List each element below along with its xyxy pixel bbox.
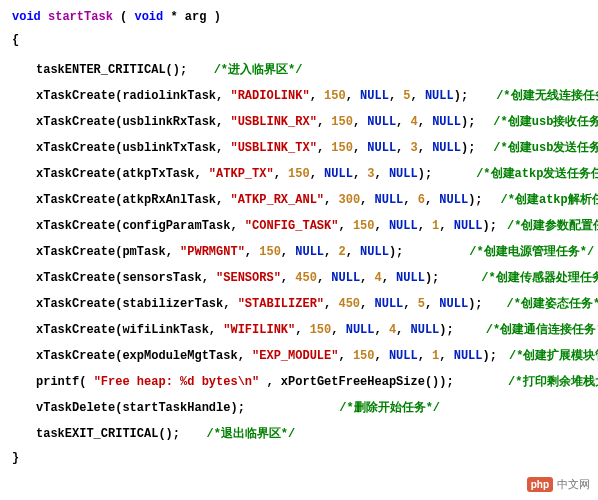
printf-open: printf( bbox=[36, 375, 86, 389]
task-fn: usblinkRxTask, bbox=[122, 115, 230, 129]
fn-call: xTaskCreate( bbox=[36, 349, 122, 363]
printf-line: printf( "Free heap: %d bytes\n" , xPortG… bbox=[12, 373, 586, 390]
comment: /*创建usb接收任务*/ bbox=[493, 115, 598, 129]
comment: /*创建无线连接任务*/ bbox=[496, 89, 598, 103]
comment: /*创建参数配置任务*/ bbox=[507, 219, 598, 233]
task-fn: stabilizerTask, bbox=[122, 297, 237, 311]
fn-call: xTaskCreate( bbox=[36, 141, 122, 155]
fn-call: xTaskCreate( bbox=[36, 115, 122, 129]
arg-name: arg bbox=[185, 10, 207, 24]
task-name-string: "SENSORS" bbox=[216, 271, 281, 285]
enter-critical: taskENTER_CRITICAL(); /*进入临界区*/ bbox=[12, 61, 586, 78]
comment: /*删除开始任务*/ bbox=[339, 401, 440, 415]
task-fn: atkpRxAnlTask, bbox=[122, 193, 230, 207]
fn-call: xTaskCreate( bbox=[36, 297, 122, 311]
close-brace: } bbox=[12, 451, 586, 465]
priority: 2 bbox=[338, 245, 345, 259]
priority: 3 bbox=[367, 167, 374, 181]
xtaskcreate-line: xTaskCreate(configParamTask, "CONFIG_TAS… bbox=[12, 217, 586, 234]
null-arg: NULL bbox=[432, 141, 461, 155]
null-arg: NULL bbox=[367, 141, 396, 155]
task-name-string: "ATKP_TX" bbox=[209, 167, 274, 181]
fn-call: xTaskCreate( bbox=[36, 271, 122, 285]
xtaskcreate-line: xTaskCreate(expModuleMgtTask, "EXP_MODUL… bbox=[12, 347, 586, 364]
null-arg: NULL bbox=[295, 245, 324, 259]
call-text: vTaskDelete(startTaskHandle); bbox=[36, 401, 245, 415]
null-arg: NULL bbox=[389, 167, 418, 181]
null-arg: NULL bbox=[411, 323, 440, 337]
task-name-string: "CONFIG_TASK" bbox=[245, 219, 339, 233]
stack-size: 300 bbox=[338, 193, 360, 207]
xtaskcreate-line: xTaskCreate(stabilizerTask, "STABILIZER"… bbox=[12, 295, 586, 312]
task-name-string: "EXP_MODULE" bbox=[252, 349, 338, 363]
comment: /*创建atkp解析任务*/ bbox=[501, 193, 598, 207]
comment: /*打印剩余堆栈大小*/ bbox=[508, 375, 598, 389]
task-fn: radiolinkTask, bbox=[122, 89, 230, 103]
watermark-text: 中文网 bbox=[557, 477, 590, 492]
null-arg: NULL bbox=[439, 297, 468, 311]
printf-string: "Free heap: %d bytes\n" bbox=[94, 375, 260, 389]
arg-type: void bbox=[134, 10, 163, 24]
function-signature: void startTask ( void * arg ) bbox=[12, 10, 586, 24]
task-name-string: "WIFILINK" bbox=[223, 323, 295, 337]
arg-star: * bbox=[170, 10, 177, 24]
priority: 3 bbox=[411, 141, 418, 155]
task-fn: wifiLinkTask, bbox=[122, 323, 223, 337]
task-fn: pmTask, bbox=[122, 245, 180, 259]
priority: 4 bbox=[411, 115, 418, 129]
watermark: php 中文网 bbox=[527, 477, 590, 492]
comment: /*创建传感器处理任务*/ bbox=[481, 271, 598, 285]
comment: /*创建atkp发送任务任务*/ bbox=[476, 167, 598, 181]
comment: /*创建通信连接任务*/ bbox=[486, 323, 598, 337]
fn-call: xTaskCreate( bbox=[36, 245, 122, 259]
xtaskcreate-line: xTaskCreate(wifiLinkTask, "WIFILINK", 15… bbox=[12, 321, 586, 338]
null-arg: NULL bbox=[396, 271, 425, 285]
priority: 6 bbox=[418, 193, 425, 207]
xtaskcreate-line: xTaskCreate(usblinkTxTask, "USBLINK_TX",… bbox=[12, 139, 586, 156]
comment: /*创建电源管理任务*/ bbox=[469, 245, 594, 259]
task-name-string: "RADIOLINK" bbox=[230, 89, 309, 103]
exit-critical: taskEXIT_CRITICAL(); /*退出临界区*/ bbox=[12, 425, 586, 442]
null-arg: NULL bbox=[346, 323, 375, 337]
null-arg: NULL bbox=[432, 115, 461, 129]
stack-size: 150 bbox=[288, 167, 310, 181]
task-fn: atkpTxTask, bbox=[122, 167, 208, 181]
null-arg: NULL bbox=[360, 89, 389, 103]
stack-size: 450 bbox=[295, 271, 317, 285]
task-fn: sensorsTask, bbox=[122, 271, 216, 285]
fn-call: xTaskCreate( bbox=[36, 89, 122, 103]
keyword-void: void bbox=[12, 10, 41, 24]
null-arg: NULL bbox=[454, 349, 483, 363]
stack-size: 150 bbox=[331, 141, 353, 155]
task-fn: usblinkTxTask, bbox=[122, 141, 230, 155]
null-arg: NULL bbox=[389, 219, 418, 233]
comment: /*创建扩展模块管理任务*/ bbox=[509, 349, 598, 363]
task-fn: expModuleMgtTask, bbox=[122, 349, 252, 363]
call-text: taskENTER_CRITICAL(); bbox=[36, 63, 187, 77]
fn-call: xTaskCreate( bbox=[36, 323, 122, 337]
task-name-string: "PWRMGNT" bbox=[180, 245, 245, 259]
priority: 5 bbox=[403, 89, 410, 103]
stack-size: 150 bbox=[331, 115, 353, 129]
function-name: startTask bbox=[48, 10, 113, 24]
vtaskdelete-line: vTaskDelete(startTaskHandle); /*删除开始任务*/ bbox=[12, 399, 586, 416]
comment: /*进入临界区*/ bbox=[214, 63, 303, 77]
stack-size: 450 bbox=[338, 297, 360, 311]
stack-size: 150 bbox=[353, 349, 375, 363]
null-arg: NULL bbox=[389, 349, 418, 363]
watermark-icon: php bbox=[527, 477, 553, 492]
task-name-string: "USBLINK_RX" bbox=[230, 115, 316, 129]
fn-call: xTaskCreate( bbox=[36, 219, 122, 233]
priority: 5 bbox=[418, 297, 425, 311]
null-arg: NULL bbox=[360, 245, 389, 259]
null-arg: NULL bbox=[331, 271, 360, 285]
task-name-string: "ATKP_RX_ANL" bbox=[230, 193, 324, 207]
task-name-string: "STABILIZER" bbox=[238, 297, 324, 311]
xtaskcreate-line: xTaskCreate(pmTask, "PWRMGNT", 150, NULL… bbox=[12, 243, 586, 260]
task-name-string: "USBLINK_TX" bbox=[230, 141, 316, 155]
xtaskcreate-line: xTaskCreate(radiolinkTask, "RADIOLINK", … bbox=[12, 87, 586, 104]
priority: 4 bbox=[375, 271, 382, 285]
null-arg: NULL bbox=[324, 167, 353, 181]
null-arg: NULL bbox=[375, 193, 404, 207]
fn-call: xTaskCreate( bbox=[36, 167, 122, 181]
